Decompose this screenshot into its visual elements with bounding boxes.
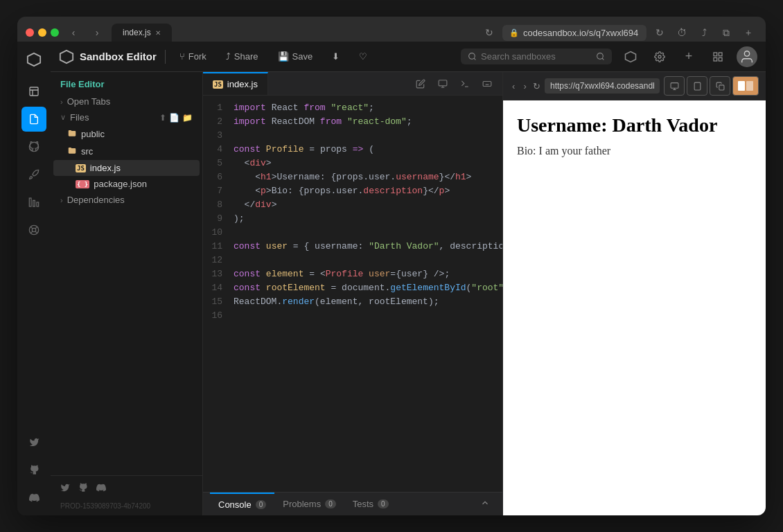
minimize-traffic-light[interactable]	[38, 28, 46, 37]
codesandbox-icon-btn[interactable]	[620, 46, 641, 67]
code-line-8: 8 </div>	[203, 198, 502, 212]
browser-tabs: index.js ✕	[112, 24, 172, 42]
tests-tab[interactable]: Tests 0	[344, 493, 397, 515]
new-file-icon[interactable]: 📄	[169, 113, 179, 123]
problems-badge: 0	[325, 499, 336, 508]
apps-button[interactable]	[707, 46, 728, 67]
social-twitter-icon[interactable]	[21, 429, 46, 454]
tab-close-icon[interactable]: ✕	[155, 29, 161, 37]
sidebar-files-icon[interactable]	[21, 107, 46, 132]
tab-label: index.js	[123, 28, 151, 37]
social-discord-icon[interactable]	[21, 485, 46, 510]
history-btn[interactable]: ⏱	[673, 24, 691, 42]
js-tab-icon: JS	[213, 80, 223, 89]
app-content: Sandbox Editor ⑂ Fork ⤴ Share 💾 Save ⬇	[17, 42, 766, 515]
svg-marker-0	[28, 53, 40, 66]
share-btn[interactable]: ⤴	[695, 24, 713, 42]
svg-rect-1	[30, 87, 38, 96]
fork-button[interactable]: ⑂ Fork	[174, 48, 212, 64]
preview-url-input[interactable]	[545, 78, 660, 94]
reload-button[interactable]: ↻	[480, 24, 498, 42]
preview-content: Username: Darth Vador Bio: I am your fat…	[503, 100, 766, 515]
file-package-json[interactable]: { } package.json	[53, 176, 200, 192]
preview-tablet-button[interactable]	[687, 76, 707, 96]
terminal-button[interactable]	[455, 74, 475, 94]
preview-forward-button[interactable]: ›	[522, 77, 529, 95]
social-github-icon[interactable]	[21, 457, 46, 482]
new-folder-icon[interactable]: 📁	[182, 113, 193, 123]
svg-marker-14	[60, 50, 73, 62]
file-actions: ⬆ 📄 📁	[159, 113, 193, 123]
new-tab-btn[interactable]: +	[739, 24, 757, 42]
reload-btn2[interactable]: ↻	[651, 24, 669, 42]
download-button[interactable]: ⬇	[326, 48, 345, 64]
tablet-icon	[693, 82, 702, 91]
fork-icon: ⑂	[179, 51, 185, 62]
header-separator	[165, 50, 166, 64]
upload-icon[interactable]: ⬆	[159, 113, 166, 123]
code-line-11: 11 const user = { username: "Darth Vador…	[203, 240, 502, 254]
tests-badge: 0	[378, 499, 389, 508]
problems-tab[interactable]: Problems 0	[274, 493, 344, 515]
files-section-header[interactable]: ∨ Files ⬆ 📄 📁	[53, 109, 200, 125]
share-button[interactable]: ⤴ Share	[220, 48, 264, 64]
sidebar-file-editor-icon[interactable]	[21, 79, 46, 104]
preview-back-button[interactable]: ‹	[510, 77, 518, 95]
close-traffic-light[interactable]	[26, 28, 34, 37]
json-file-icon: { }	[76, 180, 89, 188]
editor-tab-index-js[interactable]: JS index.js	[203, 72, 268, 95]
console-tab[interactable]: Console 0	[210, 493, 274, 515]
settings-button[interactable]	[649, 46, 670, 67]
app-logo-icon[interactable]	[21, 47, 46, 72]
add-button[interactable]: +	[678, 46, 699, 67]
preview-toggle-button[interactable]	[433, 74, 452, 94]
url-bar-input[interactable]	[523, 28, 640, 38]
like-button[interactable]: ♡	[353, 48, 373, 64]
svg-rect-5	[29, 198, 31, 206]
file-index-js[interactable]: JS index.js	[53, 160, 200, 176]
svg-rect-24	[719, 57, 722, 61]
folder-public[interactable]: public	[53, 125, 200, 143]
codesandbox-logo-icon	[59, 49, 74, 64]
sidebar-rocket-icon[interactable]	[21, 162, 46, 187]
search-submit-icon[interactable]	[596, 52, 605, 61]
sidebar-network-icon[interactable]	[21, 218, 46, 242]
preview-refresh-button[interactable]: ↻	[533, 77, 540, 95]
edit-pencil-button[interactable]	[411, 74, 430, 94]
copy-icon	[716, 82, 725, 91]
twitter-icon[interactable]	[60, 483, 70, 493]
forward-button[interactable]: ›	[88, 24, 106, 42]
code-content[interactable]: 1 import React from "react"; 2 import Re…	[203, 96, 502, 492]
split-btn[interactable]: ⧉	[717, 24, 735, 42]
open-tabs-item[interactable]: › Open Tabs	[53, 94, 200, 109]
preview-split-view-button[interactable]	[732, 76, 759, 96]
preview-pane: ‹ › ↻	[502, 72, 766, 515]
preview-desktop-button[interactable]	[664, 76, 685, 96]
discord-icon[interactable]	[96, 483, 106, 493]
sidebar-analytics-icon[interactable]	[21, 190, 46, 215]
back-button[interactable]: ‹	[64, 24, 82, 42]
keyboard-button[interactable]	[477, 74, 497, 94]
chevron-right-icon: ›	[60, 98, 63, 106]
search-input[interactable]	[481, 51, 592, 62]
svg-point-17	[597, 53, 604, 60]
save-button[interactable]: 💾 Save	[272, 48, 319, 64]
dependencies-section[interactable]: › Dependencies	[53, 192, 200, 208]
sidebar-title: File Editor	[51, 72, 202, 94]
svg-line-18	[602, 58, 604, 60]
browser-tab-active[interactable]: index.js ✕	[112, 24, 172, 42]
sidebar-open-tabs-section: › Open Tabs ∨ Files ⬆ 📄 📁	[51, 94, 202, 208]
sidebar-github-icon[interactable]	[21, 134, 46, 159]
user-avatar[interactable]	[737, 46, 757, 67]
folder-src[interactable]: src	[53, 143, 200, 160]
bottom-panel-close-button[interactable]	[475, 495, 495, 513]
preview-copy-button[interactable]	[710, 76, 730, 96]
avatar-icon	[739, 49, 755, 64]
github-icon[interactable]	[78, 483, 88, 493]
preview-bio: Bio: I am your father	[517, 145, 752, 157]
browser-titlebar: ‹ › index.js ✕ ↻ 🔒 ↻ ⏱ ⤴ ⧉ +	[26, 24, 757, 42]
browser-chrome: ‹ › index.js ✕ ↻ 🔒 ↻ ⏱ ⤴ ⧉ +	[17, 17, 766, 42]
maximize-traffic-light[interactable]	[51, 28, 59, 37]
js-file-icon: JS	[76, 164, 86, 172]
browser-window: ‹ › index.js ✕ ↻ 🔒 ↻ ⏱ ⤴ ⧉ +	[17, 17, 766, 515]
